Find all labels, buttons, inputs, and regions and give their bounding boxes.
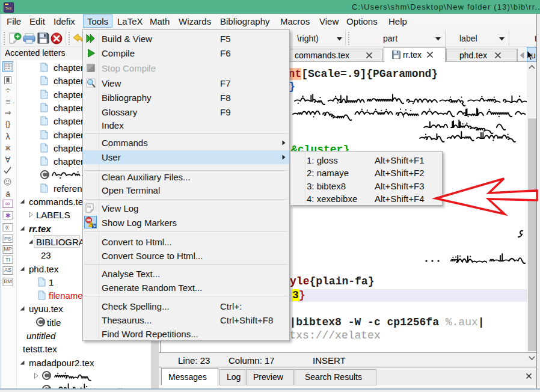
svg-text:log: log — [87, 205, 91, 208]
